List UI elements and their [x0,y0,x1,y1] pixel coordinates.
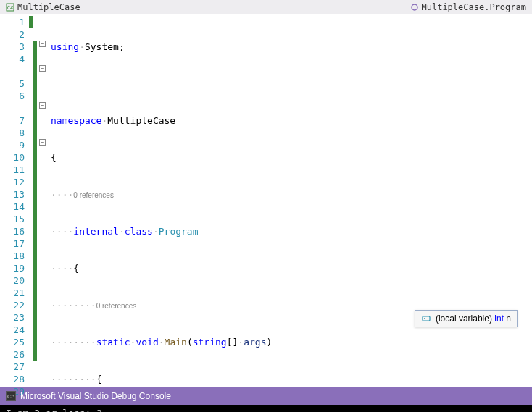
csharp-file-icon: C# [6,3,14,12]
project-tab-label: MultipleCase [17,2,80,12]
fold-toggle[interactable]: − [39,41,46,47]
console-icon: C:\ [6,391,16,401]
change-indicator [29,16,33,28]
intellisense-tooltip: (local variable) int n [415,310,518,327]
change-indicator [33,41,37,361]
local-variable-icon [421,314,431,324]
svg-text:C#: C# [7,5,14,11]
code-text-area[interactable]: − − − − using·System; namespace·Multiple… [29,14,532,387]
svg-point-2 [412,4,417,10]
breadcrumb-bar: C# MultipleCase MultipleCase.Program [0,0,532,14]
fold-toggle[interactable]: − [39,65,46,72]
fold-toggle[interactable]: − [39,139,46,146]
code-editor[interactable]: 1234567891011121314151617181920212223242… [0,14,532,387]
breadcrumb[interactable]: MultipleCase.Program [404,1,533,14]
svg-rect-3 [423,316,430,321]
codelens-references[interactable]: 0 references [73,191,114,199]
method-icon [410,3,419,12]
codelens-references[interactable]: 0 references [96,302,137,310]
tooltip-text: (local variable) int n [436,314,511,324]
line-number-gutter: 1234567891011121314151617181920212223242… [0,14,29,387]
breadcrumb-label: MultipleCase.Program [422,2,527,12]
svg-point-4 [424,318,425,319]
fold-toggle[interactable]: − [39,102,46,109]
project-tab[interactable]: C# MultipleCase [0,1,86,14]
